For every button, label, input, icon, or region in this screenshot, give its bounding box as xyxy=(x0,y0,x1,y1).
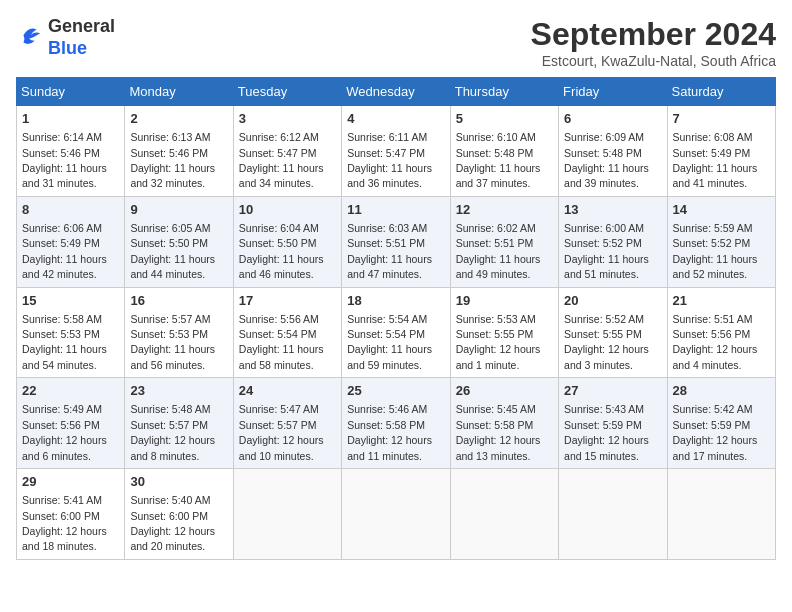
calendar-cell xyxy=(450,469,558,560)
sunrise-text: Sunrise: 6:05 AMSunset: 5:50 PMDaylight:… xyxy=(130,222,215,280)
day-number: 28 xyxy=(673,382,770,400)
week-row-1: 1Sunrise: 6:14 AMSunset: 5:46 PMDaylight… xyxy=(17,106,776,197)
sunrise-text: Sunrise: 5:58 AMSunset: 5:53 PMDaylight:… xyxy=(22,313,107,371)
weekday-header-row: Sunday Monday Tuesday Wednesday Thursday… xyxy=(17,78,776,106)
sunrise-text: Sunrise: 6:02 AMSunset: 5:51 PMDaylight:… xyxy=(456,222,541,280)
calendar-table: Sunday Monday Tuesday Wednesday Thursday… xyxy=(16,77,776,560)
day-number: 10 xyxy=(239,201,336,219)
sunrise-text: Sunrise: 5:57 AMSunset: 5:53 PMDaylight:… xyxy=(130,313,215,371)
sunrise-text: Sunrise: 5:42 AMSunset: 5:59 PMDaylight:… xyxy=(673,403,758,461)
calendar-cell: 3Sunrise: 6:12 AMSunset: 5:47 PMDaylight… xyxy=(233,106,341,197)
calendar-cell: 23Sunrise: 5:48 AMSunset: 5:57 PMDayligh… xyxy=(125,378,233,469)
week-row-5: 29Sunrise: 5:41 AMSunset: 6:00 PMDayligh… xyxy=(17,469,776,560)
calendar-cell: 18Sunrise: 5:54 AMSunset: 5:54 PMDayligh… xyxy=(342,287,450,378)
sunrise-text: Sunrise: 6:14 AMSunset: 5:46 PMDaylight:… xyxy=(22,131,107,189)
bird-icon xyxy=(16,22,44,50)
calendar-cell: 8Sunrise: 6:06 AMSunset: 5:49 PMDaylight… xyxy=(17,196,125,287)
calendar-cell: 22Sunrise: 5:49 AMSunset: 5:56 PMDayligh… xyxy=(17,378,125,469)
day-number: 15 xyxy=(22,292,119,310)
logo: General Blue xyxy=(16,16,115,59)
calendar-cell: 24Sunrise: 5:47 AMSunset: 5:57 PMDayligh… xyxy=(233,378,341,469)
day-number: 19 xyxy=(456,292,553,310)
calendar-cell: 7Sunrise: 6:08 AMSunset: 5:49 PMDaylight… xyxy=(667,106,775,197)
calendar-cell: 9Sunrise: 6:05 AMSunset: 5:50 PMDaylight… xyxy=(125,196,233,287)
day-number: 29 xyxy=(22,473,119,491)
calendar-cell: 17Sunrise: 5:56 AMSunset: 5:54 PMDayligh… xyxy=(233,287,341,378)
header-tuesday: Tuesday xyxy=(233,78,341,106)
sunrise-text: Sunrise: 5:48 AMSunset: 5:57 PMDaylight:… xyxy=(130,403,215,461)
day-number: 17 xyxy=(239,292,336,310)
sunrise-text: Sunrise: 5:46 AMSunset: 5:58 PMDaylight:… xyxy=(347,403,432,461)
title-block: September 2024 Estcourt, KwaZulu-Natal, … xyxy=(531,16,776,69)
sunrise-text: Sunrise: 5:43 AMSunset: 5:59 PMDaylight:… xyxy=(564,403,649,461)
sunrise-text: Sunrise: 6:00 AMSunset: 5:52 PMDaylight:… xyxy=(564,222,649,280)
calendar-cell: 28Sunrise: 5:42 AMSunset: 5:59 PMDayligh… xyxy=(667,378,775,469)
calendar-cell: 1Sunrise: 6:14 AMSunset: 5:46 PMDaylight… xyxy=(17,106,125,197)
header-saturday: Saturday xyxy=(667,78,775,106)
day-number: 25 xyxy=(347,382,444,400)
day-number: 3 xyxy=(239,110,336,128)
sunrise-text: Sunrise: 5:40 AMSunset: 6:00 PMDaylight:… xyxy=(130,494,215,552)
calendar-cell: 16Sunrise: 5:57 AMSunset: 5:53 PMDayligh… xyxy=(125,287,233,378)
month-title: September 2024 xyxy=(531,16,776,53)
day-number: 5 xyxy=(456,110,553,128)
calendar-cell: 25Sunrise: 5:46 AMSunset: 5:58 PMDayligh… xyxy=(342,378,450,469)
header-monday: Monday xyxy=(125,78,233,106)
day-number: 1 xyxy=(22,110,119,128)
day-number: 26 xyxy=(456,382,553,400)
sunrise-text: Sunrise: 5:41 AMSunset: 6:00 PMDaylight:… xyxy=(22,494,107,552)
calendar-cell: 5Sunrise: 6:10 AMSunset: 5:48 PMDaylight… xyxy=(450,106,558,197)
sunrise-text: Sunrise: 5:52 AMSunset: 5:55 PMDaylight:… xyxy=(564,313,649,371)
day-number: 8 xyxy=(22,201,119,219)
calendar-cell: 4Sunrise: 6:11 AMSunset: 5:47 PMDaylight… xyxy=(342,106,450,197)
calendar-cell: 2Sunrise: 6:13 AMSunset: 5:46 PMDaylight… xyxy=(125,106,233,197)
day-number: 11 xyxy=(347,201,444,219)
calendar-cell: 10Sunrise: 6:04 AMSunset: 5:50 PMDayligh… xyxy=(233,196,341,287)
day-number: 7 xyxy=(673,110,770,128)
calendar-cell xyxy=(559,469,667,560)
week-row-2: 8Sunrise: 6:06 AMSunset: 5:49 PMDaylight… xyxy=(17,196,776,287)
sunrise-text: Sunrise: 5:59 AMSunset: 5:52 PMDaylight:… xyxy=(673,222,758,280)
header-wednesday: Wednesday xyxy=(342,78,450,106)
calendar-cell: 27Sunrise: 5:43 AMSunset: 5:59 PMDayligh… xyxy=(559,378,667,469)
calendar-cell: 13Sunrise: 6:00 AMSunset: 5:52 PMDayligh… xyxy=(559,196,667,287)
calendar-cell: 12Sunrise: 6:02 AMSunset: 5:51 PMDayligh… xyxy=(450,196,558,287)
day-number: 16 xyxy=(130,292,227,310)
logo-blue-text: Blue xyxy=(48,38,87,58)
week-row-3: 15Sunrise: 5:58 AMSunset: 5:53 PMDayligh… xyxy=(17,287,776,378)
day-number: 20 xyxy=(564,292,661,310)
day-number: 30 xyxy=(130,473,227,491)
logo-general-text: General xyxy=(48,16,115,36)
calendar-cell: 29Sunrise: 5:41 AMSunset: 6:00 PMDayligh… xyxy=(17,469,125,560)
sunrise-text: Sunrise: 6:13 AMSunset: 5:46 PMDaylight:… xyxy=(130,131,215,189)
sunrise-text: Sunrise: 5:45 AMSunset: 5:58 PMDaylight:… xyxy=(456,403,541,461)
calendar-cell: 14Sunrise: 5:59 AMSunset: 5:52 PMDayligh… xyxy=(667,196,775,287)
sunrise-text: Sunrise: 5:51 AMSunset: 5:56 PMDaylight:… xyxy=(673,313,758,371)
sunrise-text: Sunrise: 5:56 AMSunset: 5:54 PMDaylight:… xyxy=(239,313,324,371)
calendar-cell xyxy=(667,469,775,560)
sunrise-text: Sunrise: 6:11 AMSunset: 5:47 PMDaylight:… xyxy=(347,131,432,189)
day-number: 13 xyxy=(564,201,661,219)
day-number: 2 xyxy=(130,110,227,128)
calendar-cell: 21Sunrise: 5:51 AMSunset: 5:56 PMDayligh… xyxy=(667,287,775,378)
day-number: 18 xyxy=(347,292,444,310)
sunrise-text: Sunrise: 6:03 AMSunset: 5:51 PMDaylight:… xyxy=(347,222,432,280)
calendar-cell xyxy=(342,469,450,560)
week-row-4: 22Sunrise: 5:49 AMSunset: 5:56 PMDayligh… xyxy=(17,378,776,469)
calendar-cell: 11Sunrise: 6:03 AMSunset: 5:51 PMDayligh… xyxy=(342,196,450,287)
sunrise-text: Sunrise: 5:53 AMSunset: 5:55 PMDaylight:… xyxy=(456,313,541,371)
day-number: 21 xyxy=(673,292,770,310)
day-number: 22 xyxy=(22,382,119,400)
calendar-cell: 26Sunrise: 5:45 AMSunset: 5:58 PMDayligh… xyxy=(450,378,558,469)
day-number: 23 xyxy=(130,382,227,400)
sunrise-text: Sunrise: 6:09 AMSunset: 5:48 PMDaylight:… xyxy=(564,131,649,189)
calendar-cell: 20Sunrise: 5:52 AMSunset: 5:55 PMDayligh… xyxy=(559,287,667,378)
calendar-cell: 15Sunrise: 5:58 AMSunset: 5:53 PMDayligh… xyxy=(17,287,125,378)
sunrise-text: Sunrise: 6:10 AMSunset: 5:48 PMDaylight:… xyxy=(456,131,541,189)
sunrise-text: Sunrise: 6:04 AMSunset: 5:50 PMDaylight:… xyxy=(239,222,324,280)
calendar-cell: 19Sunrise: 5:53 AMSunset: 5:55 PMDayligh… xyxy=(450,287,558,378)
header-friday: Friday xyxy=(559,78,667,106)
calendar-cell: 30Sunrise: 5:40 AMSunset: 6:00 PMDayligh… xyxy=(125,469,233,560)
header-sunday: Sunday xyxy=(17,78,125,106)
location-title: Estcourt, KwaZulu-Natal, South Africa xyxy=(531,53,776,69)
